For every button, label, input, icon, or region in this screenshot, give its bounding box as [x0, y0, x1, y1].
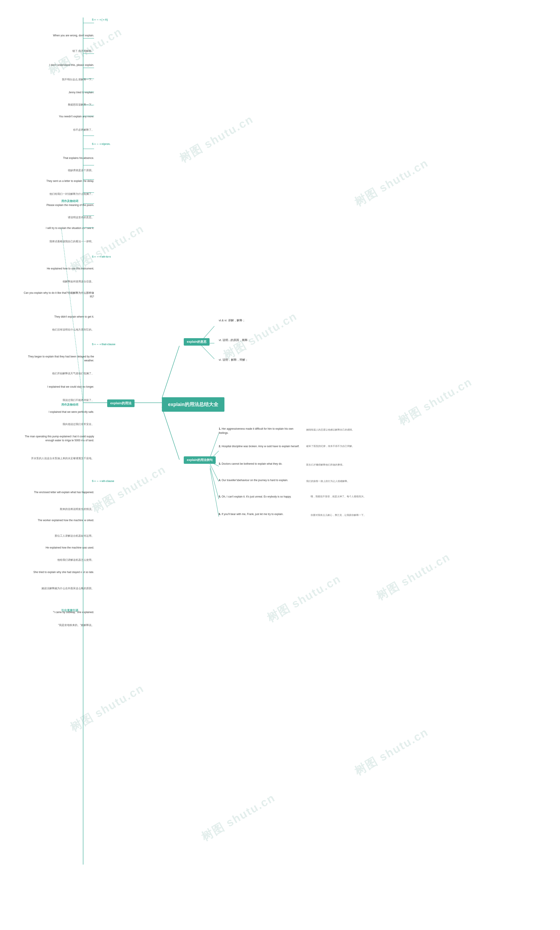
item-2-2: 他缺席就是这个原因。 [68, 169, 94, 172]
watermark-7: 树图 shutu.cn [68, 681, 147, 735]
item-1-4: 我不明白这点,请解释一下。 [62, 78, 94, 82]
central-label: explain的用法总结大全 [168, 402, 218, 407]
meaning-3: vi. 说明，解释，辩解； [219, 358, 248, 362]
item-1-5: Jenny tried to explain. [69, 91, 94, 94]
svg-line-9 [210, 468, 219, 517]
item-5-1: The enclosed letter will explain what ha… [34, 490, 94, 494]
item-6-1: "I came by subway," she explained. [53, 611, 94, 614]
example-6-cn: 你要对我有点儿耐心，弗兰克，让我跟你解释一下。 [311, 513, 366, 517]
item-2-7: I will try to explain the situation as I… [46, 226, 94, 229]
svg-line-8 [210, 466, 219, 499]
watermark-12: 树图 shutu.cn [352, 724, 431, 779]
watermark-9: 树图 shutu.cn [352, 156, 431, 210]
example-2: 2. Hospital discipline was broken. Amy w… [219, 444, 299, 448]
item-2-6: 请说明这首诗的意思。 [68, 216, 94, 219]
watermark-8: 树图 shutu.cn [199, 790, 278, 845]
meaning-1: vt.& vi. 讲解，解释； [219, 319, 245, 322]
item-4-3: I explained that we could stay no longer… [48, 385, 94, 388]
example-5: 5. Oh, I can't explain it. It's just unr… [219, 495, 292, 499]
item-3-1: He explained how to use this instrument. [47, 267, 94, 270]
branch-usage: explain的用法 [107, 399, 135, 407]
item-4-2: 他们开始解释说天气使他们耽搁了。 [52, 372, 94, 376]
item-2-5: Please explain the meaning of the poem. [47, 203, 94, 206]
mind-map: 树图 shutu.cn 树图 shutu.cn 树图 shutu.cn 树图 s… [0, 0, 560, 930]
item-5-4: 那位工人讲解这台机器如何运用。 [55, 534, 94, 538]
example-2-cn: 破坏了医院的纪律，埃米不得不为自己辩解。 [306, 444, 354, 448]
watermark-5: 树图 shutu.cn [89, 462, 169, 517]
meaning-2: vt. 说明...的原因，阐释； [219, 338, 250, 342]
item-4-7: The man operating this pump explained t … [20, 434, 94, 442]
item-3-3: Can you explain why to do it like that?你… [20, 291, 94, 299]
example-3-cn: 医生们才懒得解释他们所做的事情。 [306, 463, 345, 467]
watermark-11: 树图 shutu.cn [374, 550, 453, 604]
item-4-8: 开水泵的人说这台水泵抽上来的水足够灌溉五千亩地。 [31, 456, 94, 460]
example-4-cn: 我们的旅客一路上的行为让人很难解释。 [306, 479, 350, 483]
pattern-4: S＋～＋that-clause [92, 343, 115, 346]
pattern-2: S＋～＋n/pron. [92, 142, 110, 146]
item-4-4: 我说过我们不能再停留了。 [63, 398, 94, 402]
watermark-2: 树图 shutu.cn [177, 112, 256, 166]
item-3-2: 他解释如何使用这台仪器。 [63, 280, 94, 283]
item-1-1: When you are wrong, don't explain. [53, 34, 94, 37]
section-label-intransitive: 用作及物动词 [61, 403, 78, 406]
item-2-8: 我将试着根据我自己的看法一一讲明。 [49, 240, 94, 243]
section-label-transitive: 用作及物动词 [61, 199, 78, 203]
item-4-5: I explained that we were perfectly safe. [49, 410, 94, 413]
watermark-10: 树图 shutu.cn [396, 374, 475, 429]
item-6-2: "我是坐地铁来的。"她解释说。 [58, 624, 94, 627]
item-3-5: 他们没有说明在什么地方弄到它的。 [52, 328, 94, 332]
item-5-8: 她设法解释她为什么在外面呆这么晚的原因。 [41, 587, 94, 590]
example-6: 6. If you'll bear with me, Frank, just l… [219, 512, 284, 516]
example-1-cn: 她咄咄逼人的态度让他难以解释自己的感情。 [306, 428, 354, 432]
watermark-6: 树图 shutu.cn [264, 571, 344, 626]
branch-meaning: explain的意思 [184, 338, 210, 346]
svg-line-4 [210, 433, 219, 457]
item-5-6: 他给我们讲解这机器怎么使用。 [57, 558, 94, 562]
item-1-6: 詹妮想应该解释一下。 [68, 103, 94, 106]
item-2-1: That explains his absence. [63, 157, 94, 160]
item-5-3: The worker explained how the machine w o… [38, 518, 94, 522]
item-4-6: 我向他说过我们非常安全。 [63, 422, 94, 426]
example-3: 3. Doctors cannot be bothered to explain… [219, 462, 282, 466]
item-1-8: 你不必再解释了。 [73, 128, 94, 132]
item-2-3: They sent us a letter to explain the del… [46, 180, 94, 183]
pattern-5: S＋～＋wh-clause [92, 479, 114, 483]
watermark-4: 树图 shutu.cn [221, 309, 300, 363]
branch-examples: explain的用法例句 [184, 456, 216, 464]
branch-usage-label: explain的用法 [110, 401, 132, 405]
item-1-2: 错了,你不用解释。 [72, 49, 94, 53]
example-1: 1. Her aggressiveness made it difficult … [219, 427, 302, 435]
item-5-5: He explained how the machine was used. [46, 546, 94, 549]
svg-line-3 [201, 345, 214, 359]
example-5-cn: 哦，我都说不形容，就是太神了。每个人都很高兴。 [311, 495, 366, 498]
branch-examples-label: explain的用法例句 [187, 458, 213, 462]
pattern-3: S＋～＋wh-to-v [92, 255, 111, 259]
item-5-2: 附来的信将说明发生的情况。 [60, 507, 94, 511]
pattern-1: S＋～＋(＋A) [92, 18, 108, 22]
branch-meaning-label: explain的意思 [187, 340, 207, 343]
example-4: 4. Our traveller'sbehaviour on the journ… [219, 478, 288, 482]
item-1-7: You needn't explain any more. [59, 115, 94, 118]
central-node: explain的用法总结大全 [162, 397, 224, 412]
item-2-4: 他们给我们一封信解释为什么耽搁了。 [49, 192, 94, 196]
item-5-7: She tried to explain why she had stayed … [33, 570, 94, 574]
item-1-3: I don't understand this, please explain. [49, 63, 94, 66]
svg-line-7 [210, 464, 219, 482]
item-3-4: They didn't explain where to get it. [54, 315, 94, 318]
item-4-1: They began to explain that they had been… [20, 354, 94, 362]
